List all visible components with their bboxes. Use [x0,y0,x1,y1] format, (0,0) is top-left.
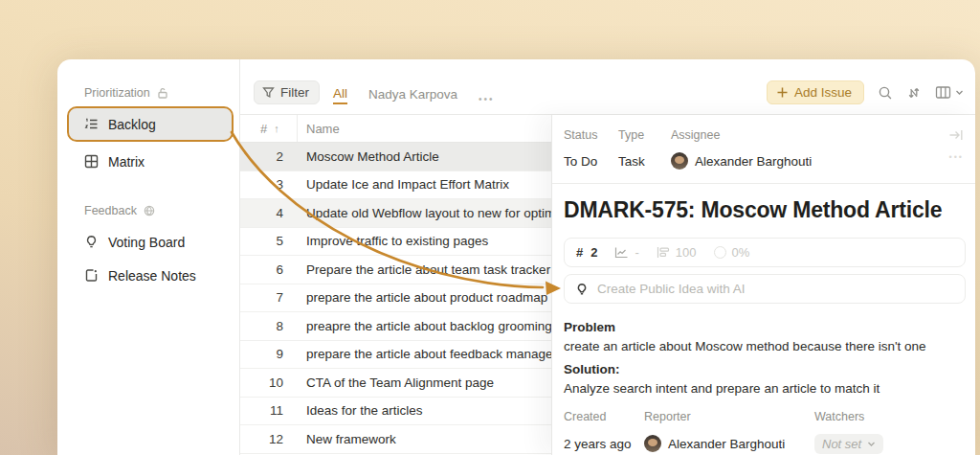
add-issue-button[interactable]: Add Issue [767,80,864,104]
issue-id-cell: 10 [240,375,298,390]
solution-heading: Solution: [564,360,966,379]
line-chart-icon [614,246,629,259]
column-header-id[interactable]: # ↑ [240,115,298,142]
create-public-idea-field[interactable] [564,274,966,304]
note-icon [84,268,99,283]
issue-id-cell: 6 [240,262,298,277]
sidebar-section-prioritization: Prioritization [84,84,232,102]
column-header-name[interactable]: Name [298,122,340,136]
field-created: Created 2 years ago [564,410,644,454]
sidebar-item-label: Release Notes [108,268,196,284]
content-area: # ↑ Name 2 Moscow Method Article 3 Updat… [240,115,975,455]
progress-metric[interactable]: 0% [714,245,750,260]
sidebar-item-release-notes[interactable]: Release Notes [69,260,232,291]
id-column-label: # [260,122,267,136]
field-value: To Do [564,151,618,171]
filter-button-label: Filter [280,85,309,100]
chevron-down-icon [867,440,876,448]
sort-icon[interactable] [906,85,922,101]
issue-detail-panel: ••• Status To Do Type Task Assignee [551,115,975,455]
more-views-button[interactable]: ••• [479,94,495,104]
issue-fields: Status To Do Type Task Assignee Alexande… [564,128,966,171]
issue-id-cell: 9 [240,347,298,361]
reporter-name: Alexander Barghouti [668,437,785,451]
add-issue-label: Add Issue [794,85,852,100]
issue-footer-fields: Created 2 years ago Reporter Alexander B… [564,410,966,454]
app-window: Prioritization Backlog Matrix Feedback V… [57,59,975,455]
issue-id-cell: 8 [240,319,298,333]
watchers-select[interactable]: Not set [814,434,883,454]
effort-value: 100 [676,245,697,260]
sidebar-section-feedback: Feedback [84,202,232,219]
effort-metric[interactable]: 100 [657,245,697,260]
description-problem: Problem create an article about Moscow m… [564,318,966,356]
lightbulb-icon [84,235,99,249]
issue-number: 2 [590,245,597,260]
issue-meta-bar: # 2 - 100 0% [564,238,966,267]
created-value: 2 years ago [564,433,644,454]
field-label: Assignee [671,128,812,144]
hash-icon: # [576,245,583,260]
progress-value: 0% [732,245,750,260]
search-icon[interactable] [878,85,893,101]
main-area: Filter All Nadya Karpova ••• Add Issue [239,59,975,455]
toolbar: Filter All Nadya Karpova ••• Add Issue [240,59,975,115]
field-label: Status [564,128,618,144]
section-label-text: Prioritization [84,86,150,100]
name-column-label: Name [306,122,340,136]
issue-description[interactable]: Problem create an article about Moscow m… [564,318,966,398]
numbered-list-icon [84,117,99,131]
field-label: Reporter [644,410,814,425]
columns-icon [935,85,951,100]
sidebar-item-voting-board[interactable]: Voting Board [69,226,232,258]
sidebar-item-matrix[interactable]: Matrix [69,146,232,177]
field-assignee[interactable]: Assignee Alexander Barghouti [671,128,812,171]
assignee-avatar [671,152,688,170]
sidebar-item-label: Backlog [108,117,156,132]
field-label: Type [618,128,671,144]
problem-heading: Problem [564,318,966,337]
field-type[interactable]: Type Task [618,128,671,171]
bars-icon [657,246,670,259]
issue-id-cell: 12 [240,432,298,446]
field-value: Alexander Barghouti [671,151,812,171]
field-watchers: Watchers Not set [814,410,883,454]
sidebar-item-backlog[interactable]: Backlog [69,108,232,140]
problem-text: create an article about Moscow method be… [564,337,966,356]
filter-icon [262,86,275,99]
view-tabs: All Nadya Karpova [333,86,457,104]
sidebar-item-label: Voting Board [108,235,185,250]
section-label-text: Feedback [84,204,137,217]
watchers-value: Not set [822,437,861,451]
solution-text: Analyze search intent and prepare an art… [564,379,966,398]
field-reporter[interactable]: Reporter Alexander Barghouti [644,410,814,454]
field-value: Task [618,151,671,171]
tab-all[interactable]: All [333,86,347,104]
columns-view-control[interactable] [935,85,964,100]
description-solution: Solution: Analyze search intent and prep… [564,360,966,398]
tab-nadya-karpova[interactable]: Nadya Karpova [368,87,457,103]
toolbar-right: Add Issue [767,80,964,104]
sidebar: Prioritization Backlog Matrix Feedback V… [57,59,239,455]
collapse-panel-icon[interactable] [948,128,964,142]
field-label: Watchers [814,410,883,425]
reporter-avatar [644,435,661,452]
panel-more-button[interactable]: ••• [949,152,964,162]
assignee-name: Alexander Barghouti [695,154,812,169]
sort-ascending-icon: ↑ [274,123,279,134]
reporter-value: Alexander Barghouti [644,433,814,454]
issue-id-cell: 3 [240,177,298,192]
issue-title: DMARK-575: Moscow Method Article [564,196,966,223]
issue-id-cell: 2 [240,149,298,164]
chevron-down-icon [955,88,964,97]
field-label: Created [564,410,644,425]
field-status[interactable]: Status To Do [564,128,618,171]
plus-icon [776,86,789,99]
globe-icon [144,205,155,216]
trend-metric[interactable]: - [614,245,638,260]
sidebar-item-label: Matrix [108,154,145,170]
issue-id-cell: 7 [240,290,298,305]
divider [552,183,975,184]
filter-button[interactable]: Filter [254,80,320,104]
create-public-idea-input[interactable] [597,282,954,296]
